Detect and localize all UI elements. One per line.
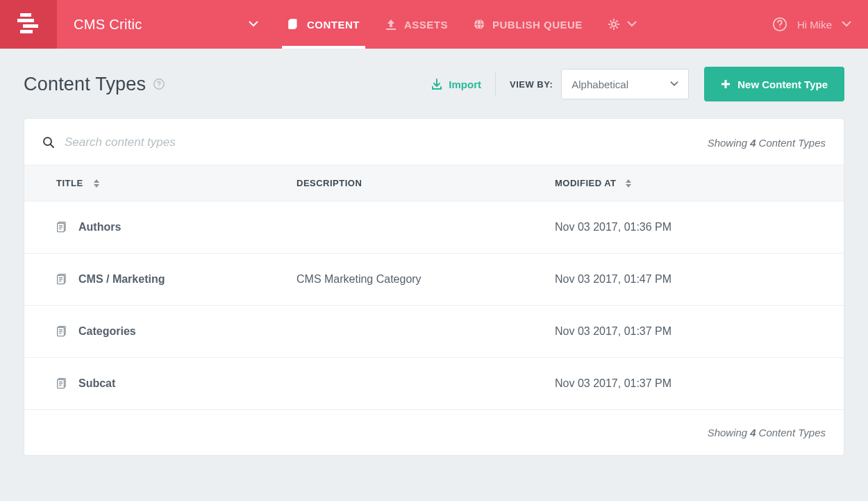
row-modified: Nov 03 2017, 01:36 PM	[555, 221, 671, 233]
app-logo[interactable]	[0, 0, 57, 49]
row-description: CMS Marketing Category	[297, 273, 555, 286]
user-greeting: Hi Mike	[797, 19, 832, 31]
view-by-group: VIEW BY: Alphabetical	[496, 69, 689, 99]
import-icon	[431, 78, 443, 90]
plus-icon	[721, 79, 731, 89]
row-modified: Nov 03 2017, 01:37 PM	[555, 325, 671, 338]
view-by-value: Alphabetical	[571, 79, 628, 90]
row-modified: Nov 03 2017, 01:47 PM	[555, 273, 671, 286]
main-nav: CONTENT ASSETS PUBLISH QUEUE	[275, 0, 649, 49]
row-title: Subcat	[56, 377, 297, 390]
table-row[interactable]: CategoriesNov 03 2017, 01:37 PM	[24, 306, 844, 358]
chevron-down-icon	[249, 19, 258, 29]
column-title[interactable]: TITLE	[56, 178, 297, 188]
chevron-down-icon	[670, 80, 678, 88]
svg-point-14	[779, 27, 780, 28]
nav-content-label: CONTENT	[307, 19, 360, 31]
document-icon	[56, 273, 69, 286]
row-title: CMS / Marketing	[56, 273, 297, 286]
view-by-label: VIEW BY:	[510, 79, 553, 90]
table-footer: Showing 4 Content Types	[24, 409, 844, 455]
new-button-label: New Content Type	[737, 79, 828, 90]
logo-icon	[15, 10, 42, 38]
import-button[interactable]: Import	[417, 72, 496, 96]
svg-rect-8	[20, 30, 33, 33]
table-header: TITLE DESCRIPTION MODIFIED AT	[24, 165, 844, 202]
table-row[interactable]: CMS / MarketingCMS Marketing CategoryNov…	[24, 254, 844, 306]
showing-summary: Showing 4 Content Types	[708, 427, 826, 438]
help-icon	[772, 17, 787, 32]
document-icon	[56, 221, 69, 233]
chevron-down-icon	[842, 19, 851, 29]
document-icon	[56, 377, 69, 390]
table-row[interactable]: SubcatNov 03 2017, 01:37 PM	[24, 358, 844, 409]
gear-icon	[608, 18, 620, 31]
content-types-list: Showing 4 Content Types TITLE DESCRIPTIO…	[24, 118, 844, 456]
svg-rect-6	[17, 19, 34, 22]
row-modified: Nov 03 2017, 01:37 PM	[555, 377, 671, 390]
app-title: CMS Critic	[74, 17, 142, 33]
app-switcher[interactable]: CMS Critic	[57, 0, 275, 49]
svg-point-16	[159, 86, 160, 87]
svg-rect-7	[23, 24, 38, 28]
import-label: Import	[449, 79, 481, 90]
column-modified[interactable]: MODIFIED AT	[555, 178, 632, 188]
showing-summary: Showing 4 Content Types	[708, 137, 826, 149]
search-icon	[42, 136, 55, 149]
chevron-down-icon	[627, 19, 637, 29]
svg-point-12	[612, 22, 616, 26]
sort-icon	[93, 179, 100, 188]
svg-line-18	[51, 145, 53, 147]
new-content-type-button[interactable]: New Content Type	[704, 67, 844, 101]
table-row[interactable]: AuthorsNov 03 2017, 01:36 PM	[24, 202, 844, 254]
column-description: DESCRIPTION	[297, 178, 555, 188]
page-title: Content Types	[24, 74, 146, 95]
nav-assets-label: ASSETS	[404, 19, 448, 31]
help-icon[interactable]	[153, 78, 165, 90]
nav-assets[interactable]: ASSETS	[372, 0, 460, 49]
content-icon	[287, 18, 300, 31]
row-title: Categories	[56, 325, 297, 338]
view-by-select[interactable]: Alphabetical	[561, 69, 689, 99]
sort-icon	[625, 179, 632, 188]
search-input[interactable]	[65, 135, 708, 149]
top-navbar: CMS Critic CONTENT ASSETS PUBLISH QUEUE …	[0, 0, 868, 49]
search-bar: Showing 4 Content Types	[24, 119, 844, 165]
upload-icon	[385, 18, 397, 31]
nav-content[interactable]: CONTENT	[275, 0, 372, 49]
page-header: Content Types Import VIEW BY: Alphabetic…	[0, 49, 868, 118]
nav-publish-queue[interactable]: PUBLISH QUEUE	[460, 0, 595, 49]
user-menu[interactable]: Hi Mike	[756, 0, 868, 49]
document-icon	[56, 325, 69, 338]
nav-publish-label: PUBLISH QUEUE	[492, 19, 583, 31]
row-title: Authors	[56, 221, 297, 233]
svg-rect-5	[20, 13, 31, 17]
globe-icon	[473, 18, 485, 31]
nav-settings[interactable]	[595, 0, 649, 49]
